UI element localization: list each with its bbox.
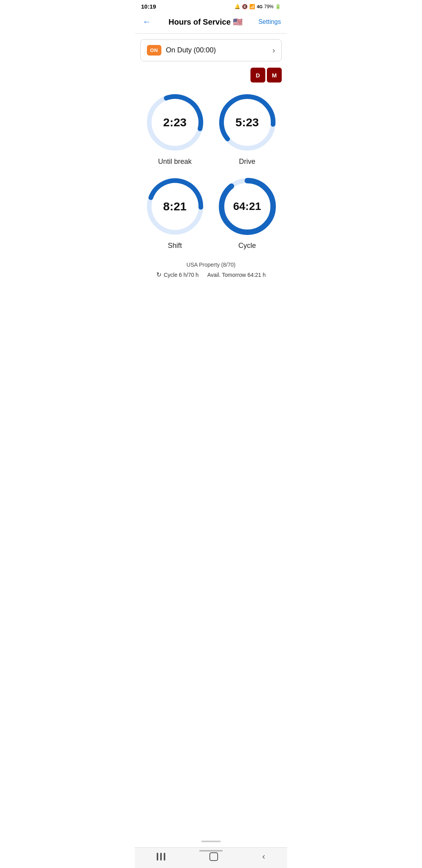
gauge-drive-ring: 5:23 bbox=[216, 91, 279, 154]
duty-status-card[interactable]: ON On Duty (00:00) › bbox=[140, 39, 282, 61]
back-button[interactable]: ← bbox=[141, 15, 153, 29]
gauge-drive-value: 5:23 bbox=[235, 116, 259, 129]
signal-icon: 4G bbox=[257, 4, 263, 9]
status-bar: 10:19 🔔 🔇 📶 4G 79% 🔋 bbox=[135, 0, 287, 11]
battery-icon: 🔋 bbox=[275, 4, 281, 9]
flag-icon: 🇺🇸 bbox=[233, 18, 243, 26]
avail-tomorrow-text: Avail. Tomorrow 64:21 h bbox=[207, 272, 266, 278]
cycle-info-row: ↻ Cycle 6 h/70 h Avail. Tomorrow 64:21 h bbox=[140, 271, 282, 278]
gauge-shift: 8:21 Shift bbox=[139, 171, 211, 255]
settings-button[interactable]: Settings bbox=[258, 18, 281, 25]
gauge-until-break-ring: 2:23 bbox=[144, 91, 206, 154]
property-label: USA Property (8/70) bbox=[140, 262, 282, 268]
app-header: ← Hours of Service 🇺🇸 Settings bbox=[135, 11, 287, 34]
mute-icon: 🔇 bbox=[242, 4, 248, 9]
gauge-drive: 5:23 Drive bbox=[211, 87, 283, 171]
gauges-grid: 2:23 Until break 5:23 Drive 8:21 Shift bbox=[135, 83, 287, 255]
page-title: Hours of Service 🇺🇸 bbox=[168, 17, 243, 27]
gauge-cycle: 64:21 Cycle bbox=[211, 171, 283, 255]
status-time: 10:19 bbox=[141, 3, 156, 10]
gauge-shift-label: Shift bbox=[168, 242, 182, 250]
gauge-shift-ring: 8:21 bbox=[144, 175, 206, 238]
gauge-until-break: 2:23 Until break bbox=[139, 87, 211, 171]
bottom-info-section: USA Property (8/70) ↻ Cycle 6 h/70 h Ava… bbox=[135, 255, 287, 282]
wifi-icon: 📶 bbox=[249, 4, 255, 9]
duty-chevron-icon: › bbox=[272, 46, 275, 55]
gauge-shift-value: 8:21 bbox=[163, 200, 186, 213]
dm-toggle-row: D M bbox=[135, 65, 287, 83]
gauge-drive-label: Drive bbox=[239, 158, 255, 166]
on-duty-badge: ON bbox=[147, 45, 161, 56]
m-button[interactable]: M bbox=[267, 68, 282, 82]
cycle-hours-text: Cycle 6 h/70 h bbox=[164, 272, 199, 278]
gauge-cycle-label: Cycle bbox=[238, 242, 256, 250]
d-button[interactable]: D bbox=[250, 68, 265, 82]
gauge-cycle-value: 64:21 bbox=[233, 200, 261, 213]
status-icons: 🔔 🔇 📶 4G 79% 🔋 bbox=[234, 4, 281, 9]
alarm-icon: 🔔 bbox=[234, 4, 240, 9]
gauge-until-break-label: Until break bbox=[158, 158, 191, 166]
gauge-until-break-value: 2:23 bbox=[163, 116, 186, 129]
gauge-cycle-ring: 64:21 bbox=[216, 175, 279, 238]
cycle-refresh-icon: ↻ bbox=[156, 271, 161, 278]
duty-status-text: On Duty (00:00) bbox=[166, 46, 216, 54]
duty-left: ON On Duty (00:00) bbox=[147, 45, 216, 56]
battery-level: 79% bbox=[264, 4, 274, 9]
